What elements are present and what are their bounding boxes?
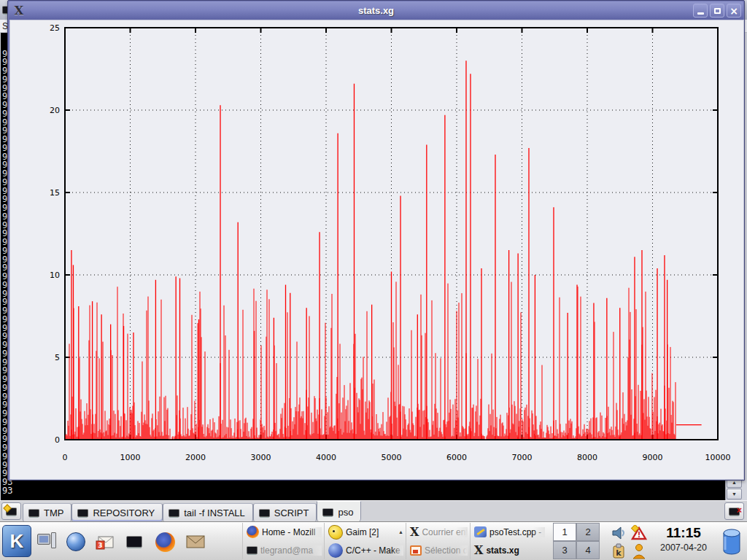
- svg-text:1000: 1000: [120, 453, 141, 462]
- tab-label: SCRIPT: [274, 508, 309, 518]
- taskbar: Home - Mozill Gaim [2] ▲ X Courrier entr…: [242, 523, 551, 560]
- xgraph-window: X stats.xg × 010002000300040005000600070…: [7, 0, 745, 481]
- file-selection-icon: [410, 545, 422, 556]
- mail-envelope-icon: [185, 534, 206, 550]
- tab-repository[interactable]: REPOSITORY: [71, 503, 163, 522]
- task-psotest[interactable]: psoTest.cpp -: [470, 523, 547, 541]
- svg-text:15: 15: [50, 188, 60, 198]
- system-computer-icon: [37, 534, 56, 550]
- task-statsxg[interactable]: X stats.xg: [470, 541, 547, 559]
- svg-text:k: k: [616, 548, 622, 558]
- svg-text:20: 20: [50, 106, 60, 115]
- task-gaim[interactable]: Gaim [2] ▲: [324, 523, 406, 541]
- svg-text:!: !: [638, 531, 641, 539]
- firefox-icon: [155, 532, 175, 552]
- presence-person-tray-icon[interactable]: [629, 542, 649, 560]
- svg-text:4000: 4000: [316, 453, 336, 462]
- maximize-icon: [714, 8, 721, 14]
- konsole-tabbar: TMP REPOSITORY tail -f INSTALL SCRIPT ps…: [0, 500, 747, 521]
- svg-text:7000: 7000: [512, 453, 533, 462]
- pager-desktop-1[interactable]: 1: [553, 523, 576, 541]
- svg-text:3: 3: [98, 542, 102, 549]
- svg-text:5: 5: [55, 353, 60, 362]
- kmenu-button[interactable]: K: [2, 525, 31, 557]
- task-firefox-home[interactable]: Home - Mozill: [242, 523, 324, 541]
- tab-label: tail -f INSTALL: [184, 508, 245, 518]
- scroll-down-button[interactable]: ▼: [727, 489, 742, 499]
- globe-icon: [66, 532, 85, 551]
- svg-text:6000: 6000: [446, 453, 467, 462]
- terminal-tab-icon: [322, 508, 333, 516]
- window-title: stats.xg: [9, 5, 743, 16]
- svg-text:8000: 8000: [577, 453, 597, 462]
- new-session-icon: [6, 508, 17, 516]
- group-arrow-icon[interactable]: ▲: [398, 529, 403, 534]
- clock-date: 2007-04-20: [651, 542, 716, 553]
- task-eclipse[interactable]: C/C++ - Make: [324, 541, 406, 559]
- plot-canvas: 0100020003000400050006000700080009000100…: [9, 20, 744, 480]
- klipper-tray-icon[interactable]: k: [608, 542, 629, 560]
- launcher-konqueror[interactable]: [63, 528, 89, 556]
- tab-label: REPOSITORY: [93, 508, 155, 518]
- terminal-tab-icon: [77, 509, 88, 517]
- close-session-icon: ×: [729, 508, 740, 516]
- task-courrier[interactable]: X Courrier entra: [406, 523, 470, 541]
- pager-desktop-2[interactable]: 2: [576, 523, 600, 541]
- svg-text:3000: 3000: [251, 453, 271, 462]
- task-selection[interactable]: Sélection d'a: [406, 541, 470, 559]
- task-tlegrand-shell[interactable]: tlegrand@ma: [242, 541, 324, 559]
- close-icon: ×: [729, 6, 738, 16]
- clock-time: 11:15: [651, 525, 716, 541]
- pager-desktop-4[interactable]: 4: [576, 541, 600, 559]
- svg-text:10000: 10000: [705, 453, 731, 462]
- gaim-icon: [328, 525, 343, 540]
- launcher-konsole[interactable]: [121, 528, 147, 556]
- svg-text:2000: 2000: [185, 453, 206, 462]
- x11-app-icon: X: [474, 545, 483, 556]
- tab-label: pso: [338, 507, 353, 518]
- svg-text:0: 0: [55, 435, 60, 445]
- terminal-icon: [247, 546, 258, 554]
- storage-cylinder-icon: [721, 528, 743, 556]
- x11-app-icon: X: [410, 526, 419, 538]
- svg-text:10: 10: [50, 271, 60, 280]
- tab-label: TMP: [44, 508, 63, 518]
- minimize-button[interactable]: [693, 4, 708, 18]
- tab-pso[interactable]: pso: [317, 501, 361, 522]
- launcher-firefox[interactable]: [152, 528, 178, 556]
- tab-tail-install[interactable]: tail -f INSTALL: [163, 503, 253, 522]
- terminal-tab-icon: [28, 509, 39, 517]
- close-button[interactable]: ×: [727, 4, 741, 18]
- close-session-button[interactable]: ×: [724, 502, 744, 520]
- desktop: S 93939393939393939393939393939393939393…: [0, 0, 747, 560]
- tab-script[interactable]: SCRIPT: [253, 503, 317, 522]
- svg-text:9000: 9000: [643, 453, 663, 462]
- launcher-system[interactable]: [34, 528, 60, 556]
- konsole-launcher-icon: [126, 536, 142, 548]
- tab-tmp[interactable]: TMP: [23, 503, 71, 522]
- alarm-warning-tray-icon[interactable]: !: [629, 524, 649, 542]
- xgraph-titlebar[interactable]: X stats.xg ×: [9, 1, 743, 20]
- terminal-tab-icon: [259, 509, 270, 517]
- kicker-panel: K 3: [0, 521, 747, 560]
- desktop-pager: 1 2 3 4: [553, 523, 600, 560]
- svg-text:0: 0: [63, 453, 68, 462]
- panel-clock[interactable]: 11:15 2007-04-20: [651, 524, 716, 560]
- storage-applet[interactable]: [719, 526, 744, 557]
- launcher-kontact[interactable]: 3: [92, 528, 118, 556]
- svg-text:25: 25: [50, 23, 60, 33]
- svg-text:5000: 5000: [382, 453, 402, 462]
- maximize-button[interactable]: [710, 4, 724, 18]
- organizer-envelope-icon: 3: [96, 533, 115, 551]
- new-session-button[interactable]: [1, 502, 21, 520]
- minimize-icon: [697, 12, 704, 15]
- pager-desktop-3[interactable]: 3: [553, 541, 576, 559]
- system-tray: ! k: [608, 524, 651, 560]
- terminal-tab-icon: [169, 509, 179, 517]
- firefox-icon: [247, 526, 259, 538]
- eclipse-icon: [328, 543, 343, 558]
- xgraph-plot: 0100020003000400050006000700080009000100…: [10, 20, 745, 479]
- volume-tray-icon[interactable]: [608, 524, 629, 542]
- text-editor-icon: [474, 526, 487, 537]
- launcher-kmail[interactable]: [182, 528, 209, 556]
